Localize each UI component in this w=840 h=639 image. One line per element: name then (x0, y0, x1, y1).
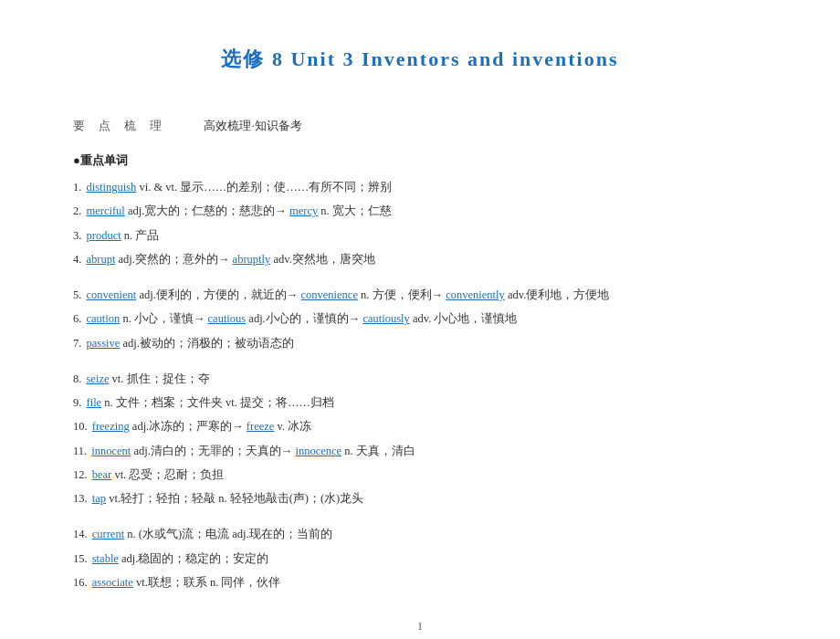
word-list-3: 8. seize vt. 抓住；捉住；夺 9. file n. 文件；档案；文件… (73, 370, 767, 509)
list-item: 10. freezing adj.冰冻的；严寒的→ freeze v. 冰冻 (73, 417, 767, 436)
list-item: 11. innocent adj.清白的；无罪的；天真的→ innocence … (73, 442, 767, 461)
keyword-section-title: ●重点单词 (73, 152, 767, 169)
word-group-1: 1. distinguish vi. & vt. 显示……的差别；使……有所不同… (73, 178, 767, 269)
list-item: 4. abrupt adj.突然的；意外的→ abruptly adv.突然地，… (73, 250, 767, 269)
word-group-3: 8. seize vt. 抓住；捉住；夺 9. file n. 文件；档案；文件… (73, 370, 767, 509)
word-list-2: 5. convenient adj.便利的，方便的，就近的→ convenien… (73, 286, 767, 353)
list-item: 13. tap vt.轻打；轻拍；轻敲 n. 轻轻地敲击(声)；(水)龙头 (73, 489, 767, 508)
word-list-4: 14. current n. (水或气)流；电流 adj.现在的；当前的 15.… (73, 525, 767, 592)
word-group-2: 5. convenient adj.便利的，方便的，就近的→ convenien… (73, 286, 767, 353)
list-item: 12. bear vt. 忍受；忍耐；负担 (73, 466, 767, 485)
list-item: 2. merciful adj.宽大的；仁慈的；慈悲的→ mercy n. 宽大… (73, 202, 767, 221)
section-header-label: 要 点 梳 理 (73, 119, 167, 134)
list-item: 6. caution n. 小心，谨慎→ cautious adj.小心的，谨慎… (73, 309, 767, 329)
list-item: 7. passive adj.被动的；消极的；被动语态的 (73, 334, 767, 353)
word-list-1: 1. distinguish vi. & vt. 显示……的差别；使……有所不同… (73, 178, 767, 269)
word-group-4: 14. current n. (水或气)流；电流 adj.现在的；当前的 15.… (73, 525, 767, 592)
list-item: 8. seize vt. 抓住；捉住；夺 (73, 370, 767, 389)
list-item: 15. stable adj.稳固的；稳定的；安定的 (73, 550, 767, 569)
keyword-section: ●重点单词 1. distinguish vi. & vt. 显示……的差别；使… (73, 152, 767, 592)
list-item: 16. associate vt.联想；联系 n. 同伴，伙伴 (73, 573, 767, 592)
section-header: 要 点 梳 理 高效梳理·知识备考 (73, 119, 767, 134)
list-item: 14. current n. (水或气)流；电流 adj.现在的；当前的 (73, 525, 767, 544)
page-number: 1 (73, 620, 767, 634)
section-header-sub: 高效梳理·知识备考 (204, 119, 301, 134)
list-item: 3. product n. 产品 (73, 226, 767, 246)
list-item: 1. distinguish vi. & vt. 显示……的差别；使……有所不同… (73, 178, 767, 197)
page-title: 选修 8 Unit 3 Inventors and inventions (73, 46, 767, 73)
list-item: 9. file n. 文件；档案；文件夹 vt. 提交；将……归档 (73, 393, 767, 413)
list-item: 5. convenient adj.便利的，方便的，就近的→ convenien… (73, 286, 767, 305)
